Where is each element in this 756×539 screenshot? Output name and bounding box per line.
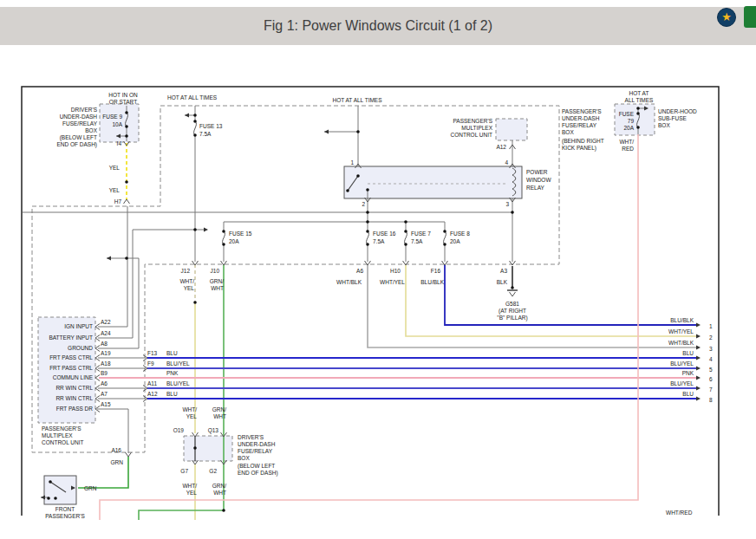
diagram-label: A16 <box>111 447 121 453</box>
junction-dot <box>54 497 57 500</box>
diagram-label: WHT <box>213 490 226 496</box>
diagram-label: PASSENGER'S <box>45 513 85 519</box>
diagram-label: BLU/YEL <box>670 380 694 386</box>
diagram-label: (AT RIGHT <box>499 308 526 315</box>
favorite-star-icon[interactable]: ★ <box>717 8 736 27</box>
junction-dot <box>125 134 128 138</box>
junction-dot <box>193 301 197 304</box>
junction-dot <box>47 497 50 500</box>
diagram-label: A22 <box>101 319 111 325</box>
diagram-label: FUSE 13 <box>199 123 223 129</box>
diagram-label: PNK <box>166 370 179 376</box>
diagram-label: Q13 <box>208 427 219 434</box>
diagram-label: OR START <box>109 99 137 105</box>
diagram-label: FUSE 16 <box>373 231 396 237</box>
fuse-symbol <box>444 231 446 244</box>
arrowhead <box>696 322 701 327</box>
diagram-label: UNDER-DASH <box>60 114 98 120</box>
diagram-label: WINDOW <box>526 177 551 183</box>
junction-dot <box>49 480 52 484</box>
diagram-label: BLU/YEL <box>166 360 190 367</box>
junction-dot <box>636 107 640 110</box>
diagram-label: 10A <box>112 121 122 127</box>
diagram-label: WHT/YEL <box>380 279 405 285</box>
diagram-label: 20A <box>229 238 239 244</box>
diagram-label: YEL <box>109 187 121 193</box>
junction-dot <box>443 243 446 246</box>
diagram-label: WHT/BLK <box>336 279 362 285</box>
diagram-label: G7 <box>180 468 188 474</box>
diagram-label: GRN/ <box>212 483 226 489</box>
header-bar: Fig 1: Power Windows Circuit (1 of 2) ★ <box>0 7 756 45</box>
diagram-label: FRONT <box>55 506 75 512</box>
passengers-mcu-box-top <box>496 119 527 140</box>
diagram-label: B9 <box>101 370 108 376</box>
diagram-label: END OF DASH) <box>56 141 97 148</box>
diagram-label: WHT/ <box>619 139 634 145</box>
diagram-label: IGN INPUT <box>64 323 93 329</box>
diagram-label: UNDER-DASH <box>562 115 600 121</box>
diagram-label: BOX <box>562 129 574 135</box>
diagram-label: PASSENGER'S <box>42 425 81 432</box>
diagram-label: 7.5A <box>411 238 423 244</box>
diagram-label: COMMUN LINE <box>53 374 94 380</box>
wire <box>98 206 127 327</box>
junction-dot <box>222 243 225 246</box>
diagram-label: GRN/ <box>212 406 226 412</box>
wire <box>368 264 699 347</box>
wire <box>445 264 699 325</box>
diagram-label: "B" PILLAR) <box>497 315 527 321</box>
junction-dot <box>125 111 128 114</box>
diagram-label: FUSE 7 <box>411 231 431 237</box>
diagram-label: BLU <box>682 391 694 397</box>
diagram-label: J10 <box>211 268 220 274</box>
diagram-label: GRN <box>84 485 97 491</box>
diagram-label: WHT/YEL <box>668 328 694 334</box>
diagram-label: 2 <box>362 201 365 207</box>
diagram-label: WHT/ <box>182 483 197 489</box>
diagram-label: G581 <box>505 301 519 307</box>
junction-dot <box>404 220 407 224</box>
diagram-label: A18 <box>101 360 111 367</box>
junction-dot <box>346 189 349 192</box>
diagram-label: WHT/ <box>182 406 197 412</box>
diagram-label: BLU/YEL <box>670 360 694 367</box>
junction-dot <box>366 220 369 224</box>
junction-dot <box>366 188 369 192</box>
green-button[interactable] <box>744 6 756 28</box>
diagram-label: FUSE 8 <box>450 231 470 237</box>
diagram-label: BOX <box>658 122 670 128</box>
diagram-label: WHT/BLK <box>668 340 694 346</box>
junction-dot <box>193 133 197 137</box>
diagram-label: 6 <box>709 376 713 382</box>
diagram-label: 7.5A <box>373 238 385 244</box>
connector-chevron <box>510 292 516 296</box>
diagram-label: YEL <box>109 165 121 171</box>
diagram-label: FUSE/RELAY <box>238 448 273 454</box>
diagram-label: BOX <box>238 455 250 461</box>
diagram-label: KICK PANEL) <box>562 145 596 152</box>
diagram-label: J12 <box>181 268 191 274</box>
diagram-label: 1 <box>350 159 354 166</box>
diagram-label: FRT PASS CTRL <box>49 365 93 371</box>
wiring-diagram: HOT IN ONOR STARTDRIVER'SUNDER-DASHFUSE/… <box>0 0 756 522</box>
arrowhead <box>696 386 701 390</box>
diagram-label: MULTIPLEX <box>42 432 73 438</box>
diagram-label: UNDER-DASH <box>238 441 276 447</box>
diagram-label: RR WIN CTRL <box>55 385 93 391</box>
diagram-label: BLU/BLK <box>670 317 694 323</box>
diagram-label: A8 <box>101 341 108 347</box>
diagram-label: 4 <box>709 356 713 362</box>
diagram-label: I4 <box>117 140 122 146</box>
junction-dot <box>356 174 360 178</box>
fuse-symbol <box>223 231 225 244</box>
diagram-label: (BELOW LEFT <box>238 463 275 470</box>
junction-dot <box>125 257 128 260</box>
wire <box>139 510 224 520</box>
diagram-label: CONTROL UNIT <box>42 439 84 445</box>
diagram-label: HOT AT ALL TIMES <box>332 97 382 103</box>
diagram-label: YEL <box>186 413 198 419</box>
diagram-label: BATTERY INPUT <box>49 334 93 341</box>
arrowhead <box>41 495 45 499</box>
diagram-label: A24 <box>101 330 111 336</box>
